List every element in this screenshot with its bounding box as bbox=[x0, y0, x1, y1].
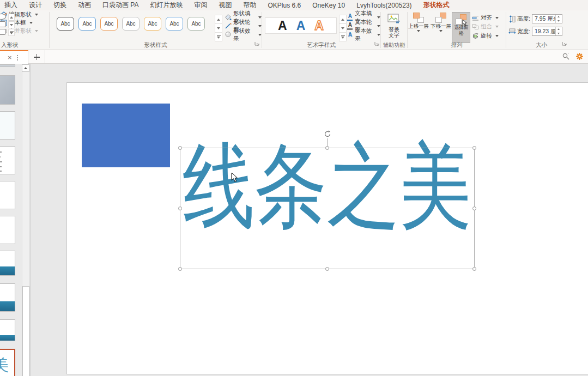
selection-handle-top-center[interactable] bbox=[325, 146, 329, 150]
shape-styles-dialog-launcher[interactable] bbox=[254, 38, 259, 48]
align-button[interactable]: 对齐 bbox=[472, 14, 499, 22]
shape-style-preset-3[interactable]: Abc bbox=[100, 17, 118, 31]
width-input[interactable] bbox=[532, 27, 556, 35]
edit-shape-button[interactable]: 编辑形状 bbox=[0, 10, 49, 19]
image-icon bbox=[387, 14, 401, 26]
slide-thumbnail[interactable] bbox=[0, 181, 15, 209]
style-sample-text: Abc bbox=[60, 21, 70, 27]
send-backward-button[interactable]: 下移一层 bbox=[430, 13, 452, 32]
shape-effects-button[interactable]: 形状效果 bbox=[225, 31, 262, 39]
gallery-more-button[interactable] bbox=[215, 32, 222, 41]
rotate-button[interactable]: 旋转 bbox=[472, 32, 499, 40]
shape-style-preset-6[interactable]: Abc bbox=[166, 17, 183, 31]
slide-thumbnail[interactable] bbox=[0, 251, 15, 276]
close-icon[interactable]: × bbox=[8, 54, 12, 61]
thumbnail-scrollbar-thumb[interactable] bbox=[22, 286, 29, 376]
spinner-down-button[interactable] bbox=[556, 19, 562, 23]
magic-search-icon[interactable] bbox=[562, 52, 570, 63]
slide-thumbnail[interactable] bbox=[0, 111, 15, 140]
shape-gallery-scrollbar bbox=[8, 14, 15, 37]
shape-style-preset-7[interactable]: Abc bbox=[187, 17, 205, 31]
shape-icon[interactable] bbox=[0, 29, 6, 35]
tab-onekey[interactable]: OneKey 10 bbox=[311, 2, 346, 9]
slide[interactable]: 线条之美 bbox=[66, 82, 588, 374]
shape-style-gallery-scrollbar bbox=[215, 15, 222, 41]
tab-insert[interactable]: 插入 bbox=[3, 1, 19, 10]
tab-lvyhtools[interactable]: LvyhTools(200523) bbox=[355, 2, 413, 9]
thumbnail-scroll-up-button[interactable] bbox=[22, 64, 29, 72]
gallery-more-button[interactable] bbox=[8, 29, 15, 36]
blue-rectangle-shape[interactable] bbox=[82, 104, 170, 167]
tab-transitions[interactable]: 切换 bbox=[52, 1, 68, 10]
slide-thumbnail[interactable] bbox=[0, 319, 15, 341]
gallery-scroll-up-button[interactable] bbox=[215, 15, 222, 24]
selection-pane-label: 选择窗格 bbox=[452, 25, 470, 37]
selection-bounding-box bbox=[180, 148, 475, 269]
text-box-button[interactable]: 文本框 bbox=[0, 19, 49, 27]
merge-shapes-button[interactable]: 合并形状 bbox=[0, 27, 49, 35]
slide-thumbnail[interactable] bbox=[0, 216, 15, 244]
text-format-commands: A 文本填充 A 文本轮廓 A 文本效果 bbox=[347, 13, 380, 39]
gallery-scroll-up-button[interactable] bbox=[8, 14, 15, 21]
ellipse-shape-icon[interactable] bbox=[0, 14, 6, 20]
kebab-menu-icon[interactable] bbox=[17, 55, 18, 60]
height-input[interactable] bbox=[532, 15, 556, 23]
gallery-scroll-up-button[interactable] bbox=[339, 15, 347, 24]
group-objects-icon bbox=[472, 23, 479, 31]
spinner-up-button[interactable] bbox=[556, 15, 562, 19]
tab-shape-format[interactable]: 形状格式 bbox=[422, 1, 451, 10]
size-dialog-launcher[interactable] bbox=[562, 38, 567, 48]
text-effects-button[interactable]: A 文本效果 bbox=[347, 31, 380, 39]
selection-handle-bottom-center[interactable] bbox=[325, 267, 329, 271]
slide-thumbnail[interactable] bbox=[0, 283, 15, 312]
group-shape-styles: Abc Abc Abc Abc Abc Abc Abc 形状填充 bbox=[50, 10, 262, 50]
powerpoint-window: 插入 设计 切换 动画 口袋动画 PA 幻灯片放映 审阅 视图 帮助 OKPlu… bbox=[0, 0, 588, 376]
shape-style-preset-5[interactable]: Abc bbox=[144, 17, 161, 31]
gallery-scroll-down-button[interactable] bbox=[215, 23, 222, 33]
alt-text-button[interactable]: 替换 文字 bbox=[381, 14, 407, 38]
spinner-up-button[interactable] bbox=[556, 27, 562, 32]
selection-handle-bottom-left[interactable] bbox=[178, 267, 182, 271]
active-pane-tab[interactable]: × bbox=[0, 50, 28, 64]
tab-pocket-animation-pa[interactable]: 口袋动画 PA bbox=[101, 1, 140, 10]
text-effect-icon: A bbox=[347, 32, 353, 38]
selection-handle-top-right[interactable] bbox=[472, 146, 476, 150]
tab-help[interactable]: 帮助 bbox=[242, 1, 257, 10]
group-label-arrange: 排列 bbox=[408, 41, 506, 49]
settings-gear-icon[interactable] bbox=[575, 52, 584, 63]
slide-thumbnail[interactable] bbox=[0, 75, 15, 105]
wordart-preset-2[interactable]: A bbox=[296, 20, 306, 32]
tab-slide-show[interactable]: 幻灯片放映 bbox=[149, 1, 184, 10]
gallery-scroll-down-button[interactable] bbox=[8, 21, 15, 28]
selection-handle-middle-right[interactable] bbox=[472, 207, 476, 210]
wordart-preset-1[interactable]: A bbox=[278, 20, 287, 32]
add-pane-tab-button[interactable] bbox=[28, 50, 45, 64]
shape-style-preset-4[interactable]: Abc bbox=[122, 17, 140, 31]
rounded-rect-shape-icon[interactable] bbox=[0, 21, 6, 27]
bring-forward-button[interactable]: 上移一层 bbox=[408, 13, 429, 32]
slide-thumbnail[interactable] bbox=[0, 64, 15, 67]
current-slide-thumbnail[interactable]: 美 bbox=[0, 349, 15, 376]
gallery-scroll-down-button[interactable] bbox=[339, 23, 347, 33]
shape-style-preset-2[interactable]: Abc bbox=[78, 17, 96, 31]
arrange-small-commands: 对齐 组合 旋转 bbox=[472, 14, 499, 40]
shape-style-preset-1[interactable]: Abc bbox=[57, 17, 74, 31]
task-pane-bar: × bbox=[0, 50, 588, 64]
group-arrange: 上移一层 下移一层 选择窗格 对齐 bbox=[408, 10, 506, 50]
tab-review[interactable]: 审阅 bbox=[193, 1, 208, 10]
tab-okplus[interactable]: OKPlus 6.6 bbox=[266, 2, 302, 9]
rotate-handle-icon[interactable] bbox=[324, 130, 331, 140]
tab-design[interactable]: 设计 bbox=[28, 1, 43, 10]
group-button[interactable]: 组合 bbox=[472, 23, 499, 31]
gallery-more-button[interactable] bbox=[339, 32, 347, 41]
slide-thumbnail[interactable] bbox=[0, 146, 15, 174]
selection-handle-bottom-right[interactable] bbox=[472, 267, 476, 271]
selection-pane-button[interactable]: 选择窗格 bbox=[452, 12, 470, 43]
wordart-preset-3[interactable]: A bbox=[314, 20, 324, 32]
spinner-down-button[interactable] bbox=[556, 32, 562, 36]
tab-view[interactable]: 视图 bbox=[217, 1, 233, 10]
wordart-styles-dialog-launcher[interactable] bbox=[374, 38, 379, 48]
selection-handle-middle-left[interactable] bbox=[178, 207, 182, 210]
selection-handle-top-left[interactable] bbox=[178, 146, 182, 150]
tab-animations[interactable]: 动画 bbox=[77, 1, 92, 10]
